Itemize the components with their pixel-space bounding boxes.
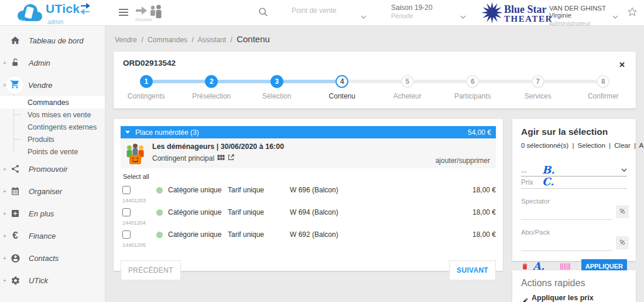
sidebar-item-produits[interactable]: Produits [0, 133, 105, 145]
calendar-icon [9, 186, 22, 196]
logo-title: UTick [46, 2, 80, 16]
shopping-cart-icon [10, 79, 20, 91]
plus-square-icon [9, 209, 22, 218]
seat-group-title: Place numérotée (3) [135, 128, 199, 137]
spectator-input[interactable] [521, 208, 612, 220]
chevron-down-icon [621, 164, 627, 174]
trash-icon[interactable] [521, 262, 529, 271]
sidebar-item-commandes[interactable]: Commandes [0, 96, 105, 108]
sidebar-item-points-de-vente[interactable]: Points de vente [0, 145, 105, 158]
abo-pack-input[interactable] [521, 239, 612, 251]
sidebar-item-admin[interactable]: + Admin [0, 52, 105, 74]
seat-group-total: 54,00 € [468, 128, 491, 137]
vendre-submenu: Commandes Vos mises en vente Contingents… [0, 96, 105, 158]
sidebar-item-organiser[interactable]: + Organiser [0, 180, 105, 202]
sidebar-item-promouvoir[interactable]: + Promouvoir [0, 158, 105, 180]
quick-actions-title: Actions rapides [521, 278, 627, 289]
favorite-star-icon[interactable] [627, 6, 638, 19]
unlink-spectator-button[interactable] [616, 205, 629, 218]
annotation-b: B. [542, 165, 554, 175]
step-participants[interactable]: 6 Participants [440, 75, 506, 100]
step-preselection[interactable]: 2 Préselection [179, 75, 245, 100]
price-input[interactable] [521, 178, 541, 186]
apply-catalog-prices-action[interactable]: Appliquer les prix catalogues [521, 294, 627, 302]
unlink-icon [618, 207, 626, 217]
spectator-label: Spectator [521, 198, 627, 205]
season-dropdown[interactable]: Saison 19-20 Période [391, 4, 466, 22]
starburst-icon [481, 2, 503, 26]
wand-icon [521, 297, 529, 302]
seat-checkbox[interactable] [122, 208, 131, 216]
selection-actions-panel: Agir sur la sélection 0 sélectionné(s) |… [512, 119, 636, 261]
quick-actions-panel: Actions rapides Appliquer les prix catal… [512, 270, 636, 302]
sidebar-item-contingents-externes[interactable]: Contingents externes [0, 121, 105, 133]
utick-logo[interactable]: UTick admin [15, 2, 90, 26]
step-contenu[interactable]: 4 Contenu [310, 75, 375, 100]
step-acheteur[interactable]: 5 Acheteur [375, 75, 440, 100]
seat-checkbox[interactable] [122, 230, 131, 239]
user-menu[interactable]: VAN DER GHINST Virginie Administrateur [549, 5, 622, 27]
sidebar-item-vendre[interactable]: × Vendre [0, 74, 105, 96]
hamburger-menu-icon[interactable] [119, 9, 128, 16]
clear-link[interactable]: Clear [614, 142, 630, 149]
seat-checkbox[interactable] [122, 186, 131, 194]
seat-row: Catégorie unique Tarif unique W 696 (Bal… [121, 186, 496, 194]
previous-button[interactable]: PRÉCÉDENT [121, 260, 181, 280]
action-dropdown[interactable]: ... B. [521, 164, 627, 177]
breadcrumb-assistant[interactable]: Assistant [197, 36, 226, 44]
breadcrumb: Vendre / Commandes / Assistant / Contenu [115, 34, 272, 44]
step-contingents[interactable]: 1 Contingents [114, 75, 179, 100]
theater-logo: Blue Star THEATER [481, 2, 553, 26]
order-wizard-panel: ORD02913542 ✕ 1 Contingents 2 Préselecti… [114, 52, 636, 108]
theater-name-line1: Blue Star [504, 4, 553, 15]
close-icon[interactable]: ✕ [619, 61, 625, 69]
order-id: ORD02913542 [123, 59, 626, 67]
next-button[interactable]: SUIVANT [449, 260, 496, 280]
step-selection[interactable]: 3 Sélection [244, 75, 310, 100]
selection-link[interactable]: Selection [578, 142, 605, 149]
selection-count: 0 sélectionné(s) [521, 142, 568, 149]
sidebar-item-contacts[interactable]: + Contacts [0, 247, 105, 269]
sidebar-item-utick[interactable]: + UTick [0, 269, 105, 291]
sidebar-item-vos-mises-en-vente[interactable]: Vos mises en vente [0, 108, 105, 121]
event-title: Les déménageurs | 30/06/2020 à 16:00 [152, 142, 436, 151]
gears-icon [9, 276, 22, 286]
user-name: VAN DER GHINST Virginie [549, 5, 622, 19]
seat-selection-panel: Place numérotée (3) 54,00 € Les déménage… [114, 119, 503, 271]
event-thumbnail [124, 141, 146, 165]
unlink-icon [618, 238, 626, 248]
action-dropdown-value: ... [521, 166, 527, 174]
all-link[interactable]: All [639, 142, 644, 149]
sidebar-item-finance[interactable]: + € Finance [0, 225, 105, 247]
seatmap-icon[interactable] [217, 154, 225, 162]
seat-id: 14401205 [122, 242, 496, 248]
add-remove-link[interactable]: ajouter/supprimer [436, 157, 490, 165]
reseller-button[interactable]: Reseller [135, 4, 165, 23]
open-lock-icon [9, 57, 22, 68]
sidebar-item-tableau-de-bord[interactable]: Tableau de bord [0, 29, 105, 52]
external-link-icon[interactable] [228, 154, 234, 162]
select-all-label[interactable]: Select all [123, 173, 149, 180]
logo-subtitle: admin [47, 19, 63, 25]
abo-pack-label: Abo/Pack [521, 229, 627, 236]
user-role: Administrateur [549, 20, 622, 27]
barcode-icon[interactable] [560, 263, 570, 270]
step-services[interactable]: 7 Services [505, 75, 571, 100]
breadcrumb-vendre[interactable]: Vendre [115, 36, 137, 44]
season-sublabel: Période [391, 12, 466, 19]
seat-status-dot [156, 232, 163, 238]
seat-id: 14401204 [122, 220, 496, 226]
sidebar: Tableau de bord + Admin × Vendre Command… [0, 26, 105, 302]
app-screen: UTick admin Reseller [0, 0, 644, 302]
event-row: Les déménageurs | 30/06/2020 à 16:00 Con… [121, 138, 496, 168]
breadcrumb-current: Contenu [237, 34, 270, 44]
search-icon[interactable] [258, 7, 269, 18]
logo-arrows-icon [80, 3, 90, 15]
step-confirmer[interactable]: 8 Confirmer [571, 75, 636, 100]
breadcrumb-commandes[interactable]: Commandes [148, 36, 187, 44]
seat-group-header[interactable]: Place numérotée (3) 54,00 € [121, 126, 496, 138]
point-of-sale-dropdown[interactable]: Point de vente [292, 4, 366, 22]
chevron-down-icon[interactable] [612, 11, 618, 21]
unlink-abo-button[interactable] [616, 236, 629, 249]
sidebar-item-en-plus[interactable]: + En plus [0, 202, 105, 225]
